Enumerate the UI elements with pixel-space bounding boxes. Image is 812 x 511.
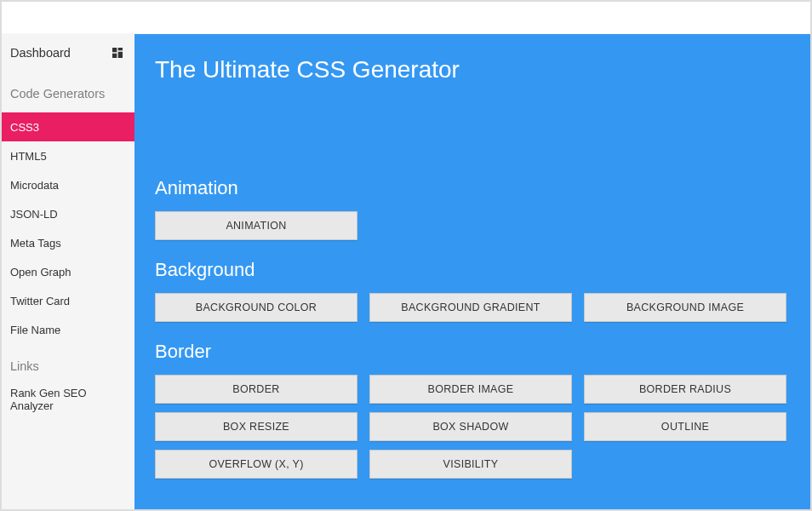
sidebar-item-meta-tags[interactable]: Meta Tags (0, 228, 134, 257)
background-gradient-button[interactable]: Background Gradient (369, 293, 572, 322)
sidebar-item-file-name[interactable]: File Name (0, 315, 134, 344)
border-image-button[interactable]: Border Image (369, 375, 572, 404)
sidebar-item-label: Microdata (10, 179, 59, 192)
sidebar-item-label: JSON-LD (10, 208, 58, 221)
sidebar-item-json-ld[interactable]: JSON-LD (0, 199, 134, 228)
sidebar-dashboard[interactable]: Dashboard (0, 34, 134, 72)
sidebar-item-label: Twitter Card (10, 295, 70, 307)
outline-button[interactable]: Outline (584, 412, 786, 441)
sidebar-item-label: File Name (10, 324, 60, 336)
section-title-background: Background (155, 259, 792, 281)
sidebar-link-label: Rank Gen SEO Analyzer (10, 387, 124, 412)
page-title: The Ultimate CSS Generator (155, 56, 792, 83)
sidebar-dashboard-label: Dashboard (10, 46, 71, 60)
sidebar-item-microdata[interactable]: Microdata (0, 170, 134, 199)
sidebar-item-label: CSS3 (10, 121, 39, 134)
sidebar-section-code-generators: Code Generators (0, 75, 134, 112)
section-title-border: Border (155, 341, 792, 363)
section-title-animation: Animation (155, 177, 792, 199)
sidebar-item-label: HTML5 (10, 150, 47, 163)
border-radius-button[interactable]: Border Radius (584, 375, 786, 404)
main-content: The Ultimate CSS Generator Animation Ani… (134, 34, 812, 511)
button-row: Border Border Image Border Radius (155, 375, 792, 404)
sidebar-item-twitter-card[interactable]: Twitter Card (0, 286, 134, 315)
animation-button[interactable]: Animation (155, 211, 357, 240)
button-row: Overflow (x, y) Visibility (155, 450, 792, 479)
layout: Dashboard Code Generators CSS3 HTML5 Mic… (0, 34, 812, 511)
box-resize-button[interactable]: Box Resize (155, 412, 357, 441)
background-image-button[interactable]: Background Image (584, 293, 786, 322)
sidebar: Dashboard Code Generators CSS3 HTML5 Mic… (0, 34, 134, 511)
sidebar-section-links: Links (0, 347, 134, 385)
app-root: Dashboard Code Generators CSS3 HTML5 Mic… (0, 0, 812, 511)
border-button[interactable]: Border (155, 375, 357, 404)
button-row: Background Color Background Gradient Bac… (155, 293, 792, 322)
sidebar-link-rank-gen[interactable]: Rank Gen SEO Analyzer (0, 385, 134, 414)
visibility-button[interactable]: Visibility (369, 450, 572, 479)
background-color-button[interactable]: Background Color (155, 293, 357, 322)
sidebar-section-label: Code Generators (10, 87, 105, 100)
sidebar-section-label: Links (10, 359, 39, 373)
top-bar (0, 0, 812, 34)
sidebar-item-label: Open Graph (10, 266, 71, 278)
overflow-button[interactable]: Overflow (x, y) (155, 450, 357, 479)
button-row: Animation (155, 211, 792, 240)
sidebar-item-css3[interactable]: CSS3 (0, 112, 134, 141)
sidebar-item-label: Meta Tags (10, 237, 61, 250)
sidebar-item-html5[interactable]: HTML5 (0, 141, 134, 170)
box-shadow-button[interactable]: Box Shadow (369, 412, 572, 441)
dashboard-icon (111, 46, 124, 60)
button-row: Box Resize Box Shadow Outline (155, 412, 792, 441)
sidebar-item-open-graph[interactable]: Open Graph (0, 257, 134, 286)
